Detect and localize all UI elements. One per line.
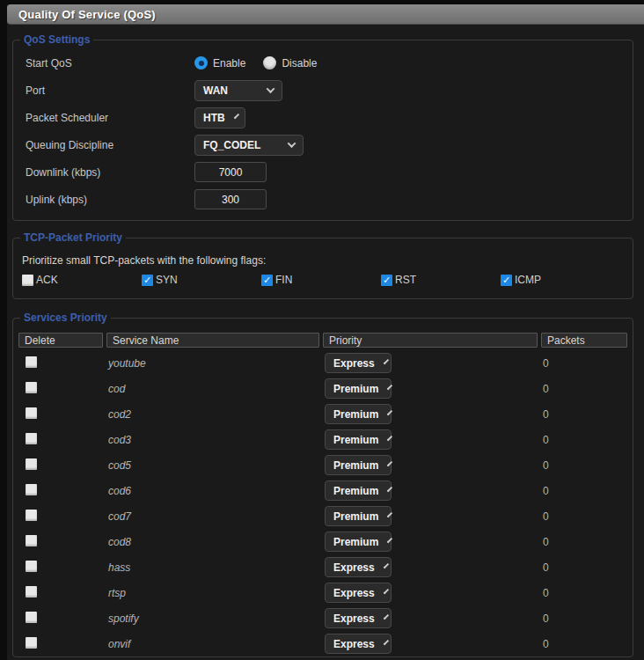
priority-select-value: Premium <box>333 383 378 395</box>
delete-checkbox[interactable] <box>26 458 37 470</box>
delete-checkbox[interactable] <box>26 535 37 546</box>
content-panel: Quality Of Service (QoS) QoS Settings St… <box>7 4 644 660</box>
flag-label: ACK <box>36 274 58 286</box>
chevron-down-icon <box>384 589 389 594</box>
disable-radio-label[interactable]: Disable <box>282 57 317 70</box>
priority-select[interactable]: Premium <box>325 455 392 475</box>
page-title-bar: Quality Of Service (QoS) <box>7 4 644 25</box>
priority-cell: Express <box>323 583 538 603</box>
downlink-label: Downlink (kbps) <box>18 166 194 179</box>
flag-checkbox[interactable]: ✓ <box>261 275 273 286</box>
priority-select[interactable]: Express <box>325 583 392 603</box>
priority-select[interactable]: Premium <box>325 404 392 424</box>
priority-select[interactable]: Premium <box>325 480 392 501</box>
chevron-down-icon <box>387 512 392 517</box>
uplink-input[interactable] <box>194 189 267 209</box>
qos-settings-legend: QoS Settings <box>20 33 93 46</box>
queuing-discipline-select[interactable]: FQ_CODEL <box>194 135 304 156</box>
priority-select-value: Premium <box>333 434 378 446</box>
delete-checkbox[interactable] <box>26 510 37 521</box>
flag-checkbox[interactable] <box>22 275 33 286</box>
packets-cell: 0 <box>541 434 627 446</box>
packets-cell: 0 <box>541 638 627 650</box>
chevron-down-icon <box>384 640 389 645</box>
services-table-body: youtube Express 0 cod Premium 0 cod2 Pre… <box>18 350 627 656</box>
delete-checkbox[interactable] <box>26 612 37 623</box>
tcp-packet-priority-section: TCP-Packet Priority Prioritize small TCP… <box>12 231 633 299</box>
packet-scheduler-select[interactable]: HTB <box>194 107 245 128</box>
priority-select-value: Express <box>333 561 375 574</box>
priority-cell: Express <box>323 557 538 577</box>
delete-cell <box>18 382 103 396</box>
priority-cell: Premium <box>323 480 538 501</box>
table-row: youtube Express 0 <box>18 350 627 376</box>
services-table-header: Delete Service Name Priority Packets <box>18 333 627 348</box>
column-header-priority: Priority <box>323 333 538 348</box>
table-row: spotify Express 0 <box>18 605 627 631</box>
flag-checkbox[interactable]: ✓ <box>501 275 512 286</box>
packets-cell: 0 <box>541 561 627 574</box>
enable-radio-label[interactable]: Enable <box>213 57 245 70</box>
chevron-down-icon <box>387 461 392 466</box>
flag-checkbox[interactable]: ✓ <box>381 275 392 286</box>
delete-checkbox[interactable] <box>26 356 37 368</box>
delete-checkbox[interactable] <box>26 586 37 598</box>
priority-select[interactable]: Premium <box>325 378 392 399</box>
tcp-flags-row: ACK ✓ SYN ✓ FIN ✓ RST ✓ ICMP <box>22 274 627 286</box>
enable-radio[interactable] <box>194 56 208 70</box>
delete-checkbox[interactable] <box>26 407 37 419</box>
priority-select[interactable]: Express <box>325 557 392 577</box>
packet-scheduler-label: Packet Scheduler <box>18 112 194 124</box>
chevron-down-icon <box>387 410 392 415</box>
service-name-cell: hass <box>106 561 319 574</box>
priority-select-value: Premium <box>333 408 378 421</box>
priority-select-value: Express <box>333 612 375 625</box>
packets-cell: 0 <box>541 510 627 523</box>
radio-dot <box>199 61 204 66</box>
chevron-down-icon <box>387 385 392 390</box>
service-name-cell: cod2 <box>106 408 319 421</box>
page-title: Quality Of Service (QoS) <box>18 8 156 21</box>
service-name-cell: cod8 <box>106 536 319 548</box>
downlink-input[interactable] <box>194 162 267 182</box>
priority-select[interactable]: Express <box>325 608 392 628</box>
port-select[interactable]: WAN <box>194 80 282 101</box>
tcp-flag-item: ✓ RST <box>381 274 501 286</box>
delete-checkbox[interactable] <box>26 637 37 649</box>
qos-settings-section: QoS Settings Start QoS Enable Disable Po… <box>12 33 633 221</box>
table-row: cod8 Premium 0 <box>18 529 627 554</box>
priority-cell: Express <box>323 608 538 628</box>
column-header-packets: Packets <box>541 333 627 348</box>
priority-select[interactable]: Premium <box>325 429 392 450</box>
flag-label: RST <box>395 274 416 286</box>
table-row: rtsp Express 0 <box>18 580 627 605</box>
service-name-cell: onvif <box>106 638 319 650</box>
delete-checkbox[interactable] <box>26 484 37 495</box>
start-qos-row: Start QoS Enable Disable <box>18 49 627 77</box>
port-select-value: WAN <box>203 84 228 97</box>
delete-cell <box>18 433 103 447</box>
tcp-flag-item: ✓ SYN <box>142 274 261 286</box>
flag-label: SYN <box>156 274 178 286</box>
priority-select[interactable]: Express <box>325 634 392 654</box>
priority-select[interactable]: Premium <box>325 506 392 526</box>
delete-cell <box>18 637 103 651</box>
packets-cell: 0 <box>541 408 627 421</box>
service-name-cell: cod <box>106 383 319 395</box>
delete-checkbox[interactable] <box>26 433 37 444</box>
queuing-discipline-select-value: FQ_CODEL <box>203 139 260 151</box>
delete-checkbox[interactable] <box>26 382 37 393</box>
service-name-cell: cod7 <box>106 510 319 523</box>
flag-checkbox[interactable]: ✓ <box>142 275 153 286</box>
table-row: cod6 Premium 0 <box>18 478 627 503</box>
chevron-down-icon <box>384 563 389 568</box>
priority-cell: Premium <box>323 532 538 552</box>
tcp-flag-item: ✓ ICMP <box>501 274 620 286</box>
delete-checkbox[interactable] <box>26 561 37 572</box>
chevron-down-icon <box>267 84 275 93</box>
table-row: cod2 Premium 0 <box>18 401 627 427</box>
services-table: Delete Service Name Priority Packets you… <box>18 333 627 656</box>
disable-radio[interactable] <box>263 56 276 70</box>
priority-select[interactable]: Express <box>325 353 392 373</box>
priority-select[interactable]: Premium <box>325 532 392 552</box>
